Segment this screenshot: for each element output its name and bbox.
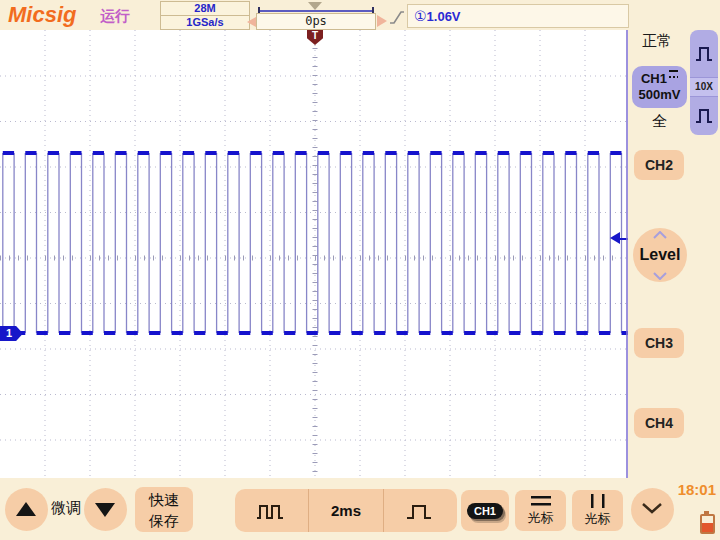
- clock-label: 18:01: [666, 481, 716, 498]
- timebase-value-cell[interactable]: 2ms: [308, 489, 382, 532]
- timebase-zoom-in-button[interactable]: [383, 489, 457, 532]
- probe-panel[interactable]: 10X: [690, 30, 718, 135]
- trigger-level-arrow-head: [610, 232, 620, 244]
- ch2-button[interactable]: CH2: [634, 150, 684, 180]
- quick-save-line1: 快速: [135, 489, 193, 510]
- ch1-label: CH1: [632, 70, 687, 87]
- ch1-settings-button[interactable]: CH1 500mV: [632, 66, 687, 108]
- ch3-button[interactable]: CH3: [634, 328, 684, 358]
- double-pulse-icon: [255, 500, 289, 522]
- top-status-bar: Micsig 运行 28M 1GSa/s 0ps ①1.06V: [0, 0, 720, 30]
- trigger-slope-icon[interactable]: [389, 8, 405, 26]
- trigger-info-box[interactable]: ①1.06V: [407, 4, 629, 28]
- window-position-marker-icon[interactable]: [308, 2, 322, 10]
- single-pulse-icon: [403, 500, 437, 522]
- pan-left-icon[interactable]: [247, 17, 256, 27]
- trigger-source-symbol: ①: [414, 8, 427, 24]
- pulse-down-icon[interactable]: [694, 104, 714, 126]
- pulse-up-icon[interactable]: [694, 42, 714, 64]
- active-channel-value: CH1: [467, 503, 503, 519]
- scope-graticule-and-trace: [0, 30, 628, 478]
- active-channel-button[interactable]: CH1: [461, 490, 509, 531]
- memory-track: [258, 10, 374, 12]
- timebase-value: 2ms: [331, 502, 361, 519]
- horizontal-position-value[interactable]: 0ps: [256, 13, 376, 30]
- right-control-panel: 正常 10X CH1 500mV 全 CH2 Level CH3: [628, 30, 720, 478]
- probe-attenuation-value[interactable]: 10X: [690, 77, 718, 97]
- ch1-bandwidth-label: 全: [632, 112, 687, 131]
- timebase-control-group: 2ms: [235, 489, 457, 532]
- triangle-down-icon: [95, 503, 115, 517]
- ch4-button[interactable]: CH4: [634, 408, 684, 438]
- memory-depth-value: 28M: [161, 2, 249, 16]
- sample-rate-value: 1GSa/s: [161, 16, 249, 29]
- acquisition-info-box[interactable]: 28M 1GSa/s: [160, 1, 250, 30]
- triangle-up-icon: [16, 502, 36, 516]
- run-state-label[interactable]: 运行: [100, 7, 130, 26]
- trigger-level-value: 1.06V: [427, 9, 461, 24]
- horizontal-cursors-icon: [529, 495, 553, 507]
- pan-right-icon[interactable]: [377, 15, 387, 27]
- chevron-up-icon: [652, 231, 668, 239]
- battery-icon: [700, 514, 715, 534]
- acquire-mode-label[interactable]: 正常: [642, 32, 672, 51]
- ch1-scale-value: 500mV: [632, 87, 687, 103]
- adjust-up-button[interactable]: [5, 488, 48, 531]
- horizontal-position-slider[interactable]: 0ps: [256, 0, 376, 30]
- adjust-down-button[interactable]: [84, 488, 127, 531]
- horizontal-cursor-button[interactable]: 光标: [515, 490, 566, 531]
- brand-logo: Micsig: [8, 2, 76, 28]
- quick-save-button[interactable]: 快速 保存: [135, 487, 193, 532]
- vertical-cursor-label: 光标: [585, 510, 611, 528]
- trigger-level-knob[interactable]: Level: [633, 228, 687, 282]
- battery-fill: [702, 523, 713, 532]
- fine-tune-label: 微调: [46, 499, 86, 518]
- oscilloscope-app: Micsig 运行 28M 1GSa/s 0ps ①1.06V T 1: [0, 0, 720, 540]
- dc-coupling-icon: [669, 70, 678, 79]
- chevron-down-icon: [652, 272, 668, 280]
- timebase-zoom-out-button[interactable]: [235, 489, 308, 532]
- waveform-display[interactable]: T 1: [0, 30, 628, 478]
- vertical-cursors-icon: [586, 494, 610, 508]
- vertical-cursor-button[interactable]: 光标: [572, 490, 623, 531]
- bottom-toolbar: 微调 快速 保存 2ms CH1: [0, 478, 720, 540]
- chevron-down-icon: [641, 502, 663, 514]
- quick-save-line2: 保存: [135, 510, 193, 531]
- horizontal-cursor-label: 光标: [528, 509, 554, 527]
